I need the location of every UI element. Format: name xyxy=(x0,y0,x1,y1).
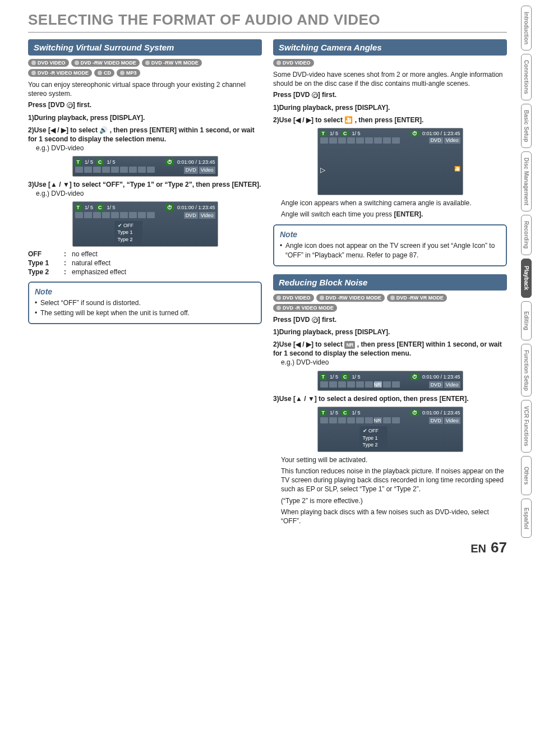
osd-title-count: 1/ 5 xyxy=(85,204,93,211)
osd-menu: OFF Type 1 Type 2 xyxy=(359,426,388,449)
right-column: Switching Camera Angles DVD VIDEO Some D… xyxy=(273,39,507,529)
tab-editing[interactable]: Editing xyxy=(521,301,532,340)
badge-dvd-rw-vr: DVD -RW VR MODE xyxy=(142,59,202,67)
press-dvd-first: Press [DVD ] first. xyxy=(28,100,262,109)
noise-result-3: (“Type 2” is more effective.) xyxy=(281,496,507,505)
angle-text-2: Angle will switch each time you press [E… xyxy=(281,210,507,219)
step-3-text: Use [▲ / ▼] to select “OFF”, “Type 1” or… xyxy=(34,181,261,188)
menu-off: OFF xyxy=(117,222,140,229)
play-icon: ▷ xyxy=(320,166,460,174)
tab-basic-setup[interactable]: Basic Setup xyxy=(521,104,532,148)
note-item: Angle icon does not appear on the TV scr… xyxy=(280,241,500,259)
angles-step-2: 2)Use [◀ / ▶] to select 🎦 , then press [… xyxy=(273,116,507,125)
noise-step-2: 2)Use [◀ / ▶] to select NR , then press … xyxy=(273,340,507,391)
section-heading-noise: Reducing Block Noise xyxy=(273,274,507,291)
angles-intro: Some DVD-video have scenes shot from 2 o… xyxy=(273,70,507,88)
osd-ic xyxy=(75,167,83,173)
eg-label: e.g.) DVD-video xyxy=(281,358,507,367)
footer-lang: EN xyxy=(471,542,486,555)
def-off: OFF xyxy=(28,250,61,258)
badge-dvd-rw-video: DVD -RW VIDEO MODE xyxy=(316,294,385,302)
tab-espanol[interactable]: Español xyxy=(521,499,532,538)
step-1-text: During playback, press [DISPLAY]. xyxy=(34,114,145,122)
def-type1-desc: natural effect xyxy=(72,259,110,267)
intro-text: You can enjoy stereophonic virtual space… xyxy=(28,80,262,98)
disc-icon xyxy=(312,317,318,323)
osd-chap-count: 1/ 5 xyxy=(107,159,116,165)
clock-icon: ⏱ xyxy=(165,159,174,165)
menu-type2: Type 2 xyxy=(117,236,140,243)
osd-t-tag: T xyxy=(75,159,82,165)
divider-top xyxy=(28,32,507,33)
osd-c-tag: C xyxy=(96,204,104,211)
press-dvd-first: Press [DVD ] first. xyxy=(273,315,507,324)
note-item: Select “OFF” if sound is distorted. xyxy=(35,298,255,307)
osd-video: Video xyxy=(199,212,215,219)
eg-label: e.g.) DVD-video xyxy=(36,144,262,153)
section-heading-angles: Switching Camera Angles xyxy=(273,39,507,56)
noise-result-1: Your setting will be activated. xyxy=(281,455,507,464)
media-badges-noise: DVD VIDEO DVD -RW VIDEO MODE DVD -RW VR … xyxy=(273,294,507,312)
badge-dvd-video: DVD VIDEO xyxy=(273,294,314,302)
tab-playback[interactable]: Playback xyxy=(521,259,532,298)
noise-result-4: When playing back discs with a few noise… xyxy=(281,508,507,525)
clock-icon: ⏱ xyxy=(165,204,174,211)
step-3: 3)Use [▲ / ▼] to select “OFF”, “Type 1” … xyxy=(28,180,262,247)
badge-dvd-video: DVD VIDEO xyxy=(273,59,314,67)
side-tabs: Introduction Connections Basic Setup Dis… xyxy=(521,6,532,538)
step-num-2: 2) xyxy=(28,126,34,134)
osd-display-angle: T 1/ 5 C 1/ 5 ⏱ 0:01:00 / 1:23:45 DVDVid… xyxy=(317,128,463,195)
osd-display-1: T 1/ 5 C 1/ 5 ⏱ 0:01:00 / 1:23:45 DVDVid… xyxy=(72,156,218,176)
footer-page-number: 67 xyxy=(491,539,507,556)
badge-dvd-rw-vr: DVD -RW VR MODE xyxy=(387,294,447,302)
def-type1: Type 1 xyxy=(28,259,61,267)
press-dvd-first: Press [DVD ] first. xyxy=(273,90,507,99)
badge-cd: CD xyxy=(94,69,114,77)
badge-dvd-video: DVD VIDEO xyxy=(28,59,69,67)
tab-introduction[interactable]: Introduction xyxy=(521,6,532,50)
note-item: The setting will be kept when the unit i… xyxy=(35,308,255,317)
definition-list: OFF:no effect Type 1:natural effect Type… xyxy=(28,250,262,276)
tab-vcr-functions[interactable]: VCR Functions xyxy=(521,400,532,453)
disc-icon xyxy=(67,102,73,108)
osd-dvd: DVD xyxy=(184,212,198,219)
media-badges: DVD VIDEO DVD -RW VIDEO MODE DVD -RW VR … xyxy=(28,59,262,77)
osd-menu: OFF Type 1 Type 2 xyxy=(114,221,142,243)
osd-display-nr2: T1/ 5 C1/ 5 ⏱0:01:00 / 1:23:45 NR DVDVid… xyxy=(317,407,463,452)
angles-step-1: 1)During playback, press [DISPLAY]. xyxy=(273,103,507,112)
osd-c-tag: C xyxy=(96,159,104,165)
osd-title-count: 1/ 5 xyxy=(85,159,93,165)
badge-dvd-r-video: DVD -R VIDEO MODE xyxy=(28,69,92,77)
step-num-3: 3) xyxy=(28,181,34,188)
note-box-angles: Note Angle icon does not appear on the T… xyxy=(273,224,507,266)
tab-others[interactable]: Others xyxy=(521,456,532,495)
noise-step-3: 3)Use [▲ / ▼] to select a desired option… xyxy=(273,394,507,525)
tab-recording[interactable]: Recording xyxy=(521,215,532,255)
section-heading-surround: Switching Virtual Surround System xyxy=(28,39,262,56)
note-heading: Note xyxy=(35,287,255,296)
osd-video: Video xyxy=(199,167,215,173)
noise-result-2: This function reduces noise in the playb… xyxy=(281,467,507,494)
menu-type1: Type 1 xyxy=(117,229,140,236)
badge-dvd-rw-video: DVD -RW VIDEO MODE xyxy=(71,59,140,67)
badge-dvd-r-video: DVD -R VIDEO MODE xyxy=(273,304,337,312)
disc-icon xyxy=(312,92,318,98)
tab-function-setup[interactable]: Function Setup xyxy=(521,344,532,397)
step-2-text: Use [◀ / ▶] to select 🔊 , then press [EN… xyxy=(28,126,255,143)
osd-dvd: DVD xyxy=(184,167,198,173)
page-title: SELECTING THE FORMAT OF AUDIO AND VIDEO xyxy=(28,11,507,29)
osd-t-tag: T xyxy=(75,204,82,211)
nr-icon: NR xyxy=(344,341,355,349)
menu-off: OFF xyxy=(362,427,385,434)
osd-time: 0:01:00 / 1:23:45 xyxy=(177,204,215,211)
eg-label-2: e.g.) DVD-video xyxy=(36,189,262,198)
osd-display-nr1: T1/ 5 C1/ 5 ⏱0:01:00 / 1:23:45 NR DVDVid… xyxy=(317,371,463,391)
def-off-desc: no effect xyxy=(72,250,98,258)
angle-icon: 🎦 xyxy=(454,166,460,172)
note-box-surround: Note Select “OFF” if sound is distorted.… xyxy=(28,282,262,324)
def-type2: Type 2 xyxy=(28,268,61,276)
badge-mp3: MP3 xyxy=(117,69,140,77)
tab-connections[interactable]: Connections xyxy=(521,54,532,100)
angle-text-1: Angle icon appears when a switching came… xyxy=(281,199,507,208)
tab-disc-management[interactable]: Disc Management xyxy=(521,151,532,211)
